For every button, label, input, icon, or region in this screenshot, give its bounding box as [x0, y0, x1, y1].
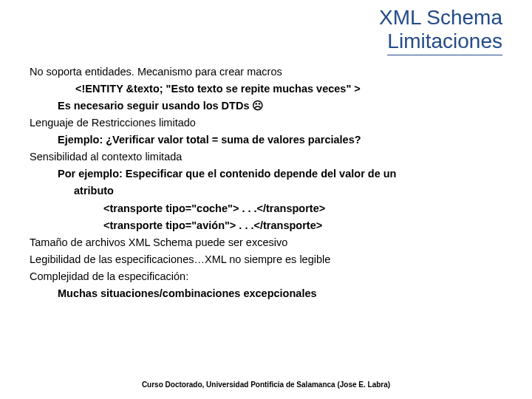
- line-restrictions: Lenguaje de Restricciones limitado: [30, 115, 517, 131]
- line-context-example-a: Por ejemplo: Especificar que el contenid…: [58, 166, 517, 182]
- line-transporte-coche: <transporte tipo="coche"> . . .</transpo…: [103, 201, 517, 216]
- line-complexity: Complejidad de la especificación:: [30, 269, 517, 284]
- slide-body: No soporta entidades. Mecanismo para cre…: [0, 55, 532, 301]
- line-no-entities: No soporta entidades. Mecanismo para cre…: [30, 64, 517, 80]
- line-dtd-needed: Es necesario seguir usando los DTDs ☹: [58, 98, 517, 114]
- line-context: Sensibilidad al contexto limitada: [30, 149, 517, 165]
- line-size: Tamaño de archivos XML Schema puede ser …: [30, 235, 517, 250]
- line-context-example-b: atributo: [74, 183, 517, 199]
- line-exceptional: Muchas situaciones/combinaciones excepci…: [58, 286, 517, 301]
- title-line-2: Limitaciones: [0, 30, 502, 55]
- line-legibility: Legibilidad de las especificaciones…XML …: [30, 252, 517, 267]
- line-restrictions-example: Ejemplo: ¿Verificar valor total = suma d…: [58, 132, 517, 148]
- line-transporte-avion: <transporte tipo="avión"> . . .</transpo…: [103, 218, 517, 233]
- title-line-1: XML Schema: [0, 6, 502, 30]
- slide-footer: Curso Doctorado, Universidad Pontificia …: [0, 381, 532, 389]
- line-entity-example: <!ENTITY &texto; "Esto texto se repite m…: [75, 81, 517, 97]
- slide-title: XML Schema Limitaciones: [0, 0, 532, 55]
